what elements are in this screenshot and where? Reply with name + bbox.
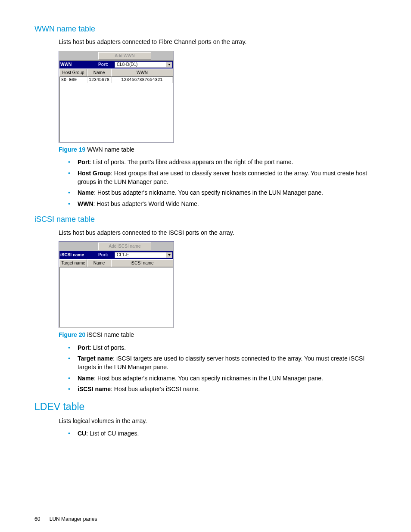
wwn-panel: Add WWN WWN Port: CL8-D(D1) Host Group N… xyxy=(59,51,174,143)
heading-wwn: WWN name table xyxy=(34,24,381,34)
iscsi-bullets: Port: List of ports. Target name: iSCSI … xyxy=(68,344,381,394)
intro-wwn: Lists host bus adapters connected to Fib… xyxy=(59,38,381,47)
figure-iscsi: Add iSCSI name iSCSI name Port: CL1-E Ta… xyxy=(59,241,381,328)
table-row[interactable]: 8D-G00 12345678 1234567887654321 xyxy=(60,77,173,83)
panel-gap xyxy=(152,242,173,251)
footer-section: LUN Manager panes xyxy=(50,516,97,522)
port-label: Port: xyxy=(98,252,115,258)
figure-text-19: WWN name table xyxy=(87,146,134,153)
port-label: Port: xyxy=(98,62,115,68)
caption-iscsi: Figure 20 iSCSI name table xyxy=(59,331,381,339)
chevron-down-icon[interactable] xyxy=(166,62,172,67)
add-iscsi-button[interactable]: Add iSCSI name xyxy=(98,243,151,250)
add-wwn-button[interactable]: Add WWN xyxy=(98,52,151,60)
col-hostgroup: Host Group xyxy=(59,69,87,77)
cell-wwn: 1234567887654321 xyxy=(112,77,173,83)
panel-spacer xyxy=(59,242,98,251)
list-item: CU: List of CU images. xyxy=(68,429,381,438)
panel-gap xyxy=(152,52,173,60)
col-targetname: Target name xyxy=(59,259,87,267)
panel-title-iscsi: iSCSI name xyxy=(60,252,98,258)
chevron-down-icon[interactable] xyxy=(166,252,172,258)
port-dropdown-wwn[interactable]: CL8-D(D1) xyxy=(115,62,172,68)
col-name: Name xyxy=(87,259,111,267)
figure-wwn: Add WWN WWN Port: CL8-D(D1) Host Group N… xyxy=(59,51,381,143)
intro-iscsi: Lists host bus adapters connected to the… xyxy=(59,229,381,237)
col-iscsiname: iSCSI name xyxy=(111,259,173,267)
list-item: Host Group: Host groups that are used to… xyxy=(68,169,381,186)
wwn-rows: 8D-G00 12345678 1234567887654321 xyxy=(59,77,173,142)
page-number: 60 xyxy=(34,516,40,522)
cell-hostgroup: 8D-G00 xyxy=(60,77,87,83)
panel-spacer xyxy=(59,52,98,60)
panel-title-wwn: WWN xyxy=(60,62,98,68)
cell-name: 12345678 xyxy=(87,77,112,83)
list-item: iSCSI name: Host bus adapter's iSCSI nam… xyxy=(68,385,381,394)
intro-ldev: Lists logical volumes in the array. xyxy=(59,417,381,426)
heading-iscsi: iSCSI name table xyxy=(34,214,381,225)
figure-num-20: Figure 20 xyxy=(59,331,85,338)
col-wwn: WWN xyxy=(111,69,173,77)
port-value-wwn: CL8-D(D1) xyxy=(117,62,137,68)
figure-num-19: Figure 19 xyxy=(59,146,85,153)
list-item: Target name: iSCSI targets are used to c… xyxy=(68,355,381,371)
wwn-col-headers: Host Group Name WWN xyxy=(59,68,173,77)
list-item: Name: Host bus adapter's nickname. You c… xyxy=(68,374,381,383)
list-item: WWN: Host bus adapter's World Wide Name. xyxy=(68,200,381,208)
list-item: Port: List of ports. xyxy=(68,344,381,352)
col-name: Name xyxy=(87,69,111,77)
heading-ldev: LDEV table xyxy=(34,400,381,414)
page-footer: 60 LUN Manager panes xyxy=(34,516,381,523)
caption-wwn: Figure 19 WWN name table xyxy=(59,146,381,154)
iscsi-panel: Add iSCSI name iSCSI name Port: CL1-E Ta… xyxy=(59,241,174,328)
figure-text-20: iSCSI name table xyxy=(87,331,134,338)
list-item: Name: Host bus adapter's nickname. You c… xyxy=(68,189,381,197)
iscsi-rows xyxy=(59,267,173,327)
port-value-iscsi: CL1-E xyxy=(117,252,129,258)
wwn-bullets: Port: List of ports. The port's fibre ad… xyxy=(68,158,381,208)
port-dropdown-iscsi[interactable]: CL1-E xyxy=(115,252,172,258)
ldev-bullets: CU: List of CU images. xyxy=(68,429,381,438)
iscsi-col-headers: Target name Name iSCSI name xyxy=(59,259,173,267)
list-item: Port: List of ports. The port's fibre ad… xyxy=(68,158,381,167)
